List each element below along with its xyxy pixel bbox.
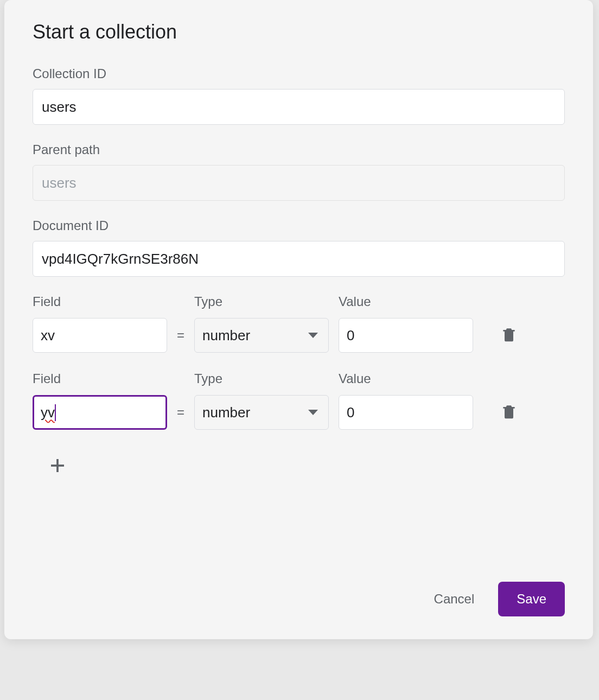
add-field-button[interactable] [46, 455, 69, 479]
field-name-input[interactable] [33, 318, 167, 353]
value-label: Value [339, 294, 473, 310]
save-button[interactable]: Save [498, 582, 565, 616]
parent-path-group: Parent path [33, 142, 565, 201]
trash-icon [500, 402, 518, 423]
field-type-select[interactable]: number [194, 318, 329, 353]
document-id-input[interactable] [33, 241, 565, 277]
document-id-group: Document ID [33, 218, 565, 277]
field-value-col: Value [339, 371, 473, 430]
collection-id-input[interactable] [33, 89, 565, 125]
delete-field-button[interactable] [500, 395, 518, 430]
field-value-input[interactable] [339, 318, 473, 353]
field-label: Field [33, 371, 167, 387]
dialog-title: Start a collection [33, 21, 565, 43]
field-label: Field [33, 294, 167, 310]
field-value-input[interactable] [339, 395, 473, 430]
start-collection-dialog: Start a collection Collection ID Parent … [4, 0, 593, 639]
field-name-col: Field yv [33, 371, 167, 430]
field-type-select[interactable]: number [194, 395, 329, 430]
collection-id-group: Collection ID [33, 66, 565, 125]
field-type-col: Type number [194, 294, 329, 353]
type-label: Type [194, 371, 329, 387]
parent-path-input [33, 165, 565, 201]
field-row: Field = Type number Value [33, 294, 565, 353]
document-id-label: Document ID [33, 218, 565, 233]
dialog-footer: Cancel Save [430, 582, 565, 616]
field-name-input[interactable]: yv [33, 395, 167, 430]
field-row: Field yv = Type number Value [33, 371, 565, 430]
equals-sign: = [177, 395, 184, 430]
parent-path-label: Parent path [33, 142, 565, 157]
trash-icon [500, 324, 518, 346]
field-type-col: Type number [194, 371, 329, 430]
delete-field-button[interactable] [500, 318, 518, 353]
field-value-col: Value [339, 294, 473, 353]
plus-icon [48, 456, 67, 478]
type-label: Type [194, 294, 329, 310]
value-label: Value [339, 371, 473, 387]
field-name-col: Field [33, 294, 167, 353]
collection-id-label: Collection ID [33, 66, 565, 81]
cancel-button[interactable]: Cancel [430, 585, 479, 613]
equals-sign: = [177, 318, 184, 353]
